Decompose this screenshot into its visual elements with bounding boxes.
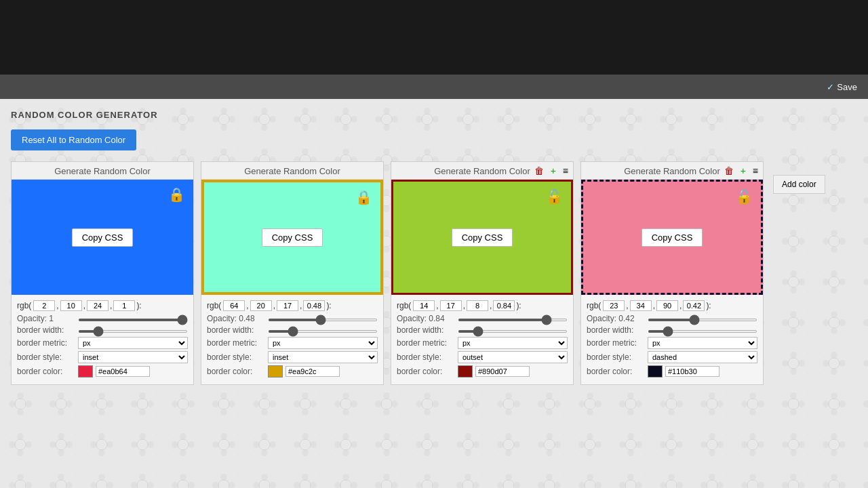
color-card-3: Generate Random Color 🗑 + ≡ 🔓 Copy CSS r… bbox=[391, 161, 574, 385]
card-4-opacity-slider[interactable] bbox=[648, 319, 757, 321]
card-1-g-input[interactable] bbox=[60, 300, 82, 311]
card-3-add-button[interactable]: + bbox=[549, 165, 558, 177]
card-3-border-width-row: border width: bbox=[397, 325, 568, 335]
card-4-delete-button[interactable]: 🗑 bbox=[722, 165, 736, 177]
card-1-opacity-label: Opacity: 1 bbox=[17, 314, 78, 323]
card-3-b-input[interactable] bbox=[467, 300, 488, 311]
card-3-color-box: 🔓 Copy CSS bbox=[391, 180, 573, 295]
card-4-a-input[interactable] bbox=[683, 300, 705, 311]
card-2-a-input[interactable] bbox=[303, 300, 325, 311]
card-4-add-button[interactable]: + bbox=[738, 165, 748, 177]
card-3-delete-button[interactable]: 🗑 bbox=[532, 165, 546, 177]
card-2-border-color-swatch[interactable] bbox=[268, 365, 283, 378]
card-3-rgb-label: rgb( bbox=[397, 301, 411, 310]
card-1-lock-icon[interactable]: 🔒 bbox=[168, 186, 185, 203]
card-4-border-metric-row: border metric: pxemrem% bbox=[587, 337, 757, 349]
card-1-copy-css-button[interactable]: Copy CSS bbox=[72, 228, 134, 247]
card-1-border-style-select[interactable]: nonesoliddasheddotteddoublegrooveridgein… bbox=[78, 351, 188, 363]
card-2-border-metric-select[interactable]: pxemrem% bbox=[268, 337, 378, 349]
card-4-opacity-slider-wrapper bbox=[648, 314, 757, 323]
card-1-rgb-row: rgb( , , , ): bbox=[17, 300, 188, 311]
card-3-lock-icon[interactable]: 🔓 bbox=[546, 188, 563, 205]
card-3-border-color-label: border color: bbox=[397, 367, 458, 376]
card-3-border-metric-select[interactable]: pxemrem% bbox=[458, 337, 568, 349]
card-4-border-color-label: border color: bbox=[587, 367, 648, 376]
card-3-border-width-slider[interactable] bbox=[458, 330, 568, 333]
card-2-b-input[interactable] bbox=[277, 300, 298, 311]
card-3-copy-css-button[interactable]: Copy CSS bbox=[452, 228, 513, 247]
card-3-border-color-swatch[interactable] bbox=[458, 365, 473, 378]
card-3-opacity-label: Opacity: 0.84 bbox=[397, 314, 458, 323]
card-4-border-width-label: border width: bbox=[587, 325, 648, 335]
card-4-border-color-swatch[interactable] bbox=[648, 365, 663, 378]
card-3-border-color-hex[interactable] bbox=[475, 366, 530, 377]
card-1-border-width-label: border width: bbox=[17, 325, 78, 335]
card-2-border-style-row: border style: nonesoliddasheddotteddoubl… bbox=[207, 351, 378, 363]
card-2-opacity-row: Opacity: 0.48 bbox=[207, 314, 378, 323]
card-2-lock-icon[interactable]: 🔒 bbox=[355, 189, 372, 205]
save-button[interactable]: ✓ Save bbox=[827, 82, 857, 92]
card-1-header: Generate Random Color bbox=[12, 162, 193, 180]
card-2-g-input[interactable] bbox=[250, 300, 272, 311]
card-1-color-box: 🔒 Copy CSS bbox=[12, 180, 193, 295]
card-4-border-style-select[interactable]: nonesoliddasheddotteddoublegrooveridgein… bbox=[648, 351, 757, 363]
card-2-opacity-slider-wrapper bbox=[268, 314, 378, 323]
card-4-g-input[interactable] bbox=[630, 300, 652, 311]
card-1-border-width-slider-wrapper bbox=[78, 325, 188, 335]
card-2-border-color-hex[interactable] bbox=[285, 366, 340, 377]
card-1-border-style-label: border style: bbox=[17, 352, 78, 362]
card-1-border-color-label: border color: bbox=[17, 367, 78, 376]
card-4-color-box: 🔓 Copy CSS bbox=[581, 180, 763, 295]
card-2-opacity-label: Opacity: 0.48 bbox=[207, 314, 268, 323]
card-3-border-color-row: border color: bbox=[397, 365, 568, 378]
card-3-a-input[interactable] bbox=[493, 300, 515, 311]
card-3-border-style-select[interactable]: nonesoliddasheddotteddoublegrooveridgein… bbox=[458, 351, 568, 363]
card-1-border-color-hex[interactable] bbox=[96, 366, 150, 377]
card-2-border-color-label: border color: bbox=[207, 367, 268, 376]
card-4-b-input[interactable] bbox=[656, 300, 678, 311]
card-2-r-input[interactable] bbox=[223, 300, 245, 311]
add-color-button[interactable]: Add color bbox=[773, 175, 825, 194]
card-1-a-input[interactable] bbox=[113, 300, 135, 311]
card-3-opacity-row: Opacity: 0.84 bbox=[397, 314, 568, 323]
card-4-lock-icon[interactable]: 🔓 bbox=[736, 188, 753, 205]
card-1-border-color-swatch[interactable] bbox=[78, 365, 93, 378]
card-2-opacity-slider[interactable] bbox=[268, 319, 378, 321]
card-2-border-width-row: border width: bbox=[207, 325, 378, 335]
card-3-menu-button[interactable]: ≡ bbox=[561, 165, 570, 177]
card-4-border-width-slider-wrapper bbox=[648, 325, 757, 335]
card-4-border-width-slider[interactable] bbox=[648, 330, 757, 333]
toolbar: ✓ Save bbox=[0, 75, 868, 99]
card-3-border-metric-label: border metric: bbox=[397, 338, 458, 348]
card-2-controls: rgb( , , , ): Opacity: 0.48 bbox=[201, 295, 383, 384]
card-1-b-input[interactable] bbox=[87, 300, 108, 311]
card-2-border-width-slider[interactable] bbox=[268, 330, 378, 333]
card-3-g-input[interactable] bbox=[440, 300, 462, 311]
card-1-opacity-slider[interactable] bbox=[78, 319, 188, 321]
card-1-r-input[interactable] bbox=[33, 300, 55, 311]
card-4-controls: rgb( , , , ): Opacity: 0.42 bbox=[581, 295, 763, 384]
card-4-border-metric-select[interactable]: pxemrem% bbox=[648, 337, 757, 349]
card-3-border-metric-row: border metric: pxemrem% bbox=[397, 337, 568, 349]
card-4-menu-button[interactable]: ≡ bbox=[751, 165, 760, 177]
card-4-border-color-hex[interactable] bbox=[665, 366, 719, 377]
card-2-border-style-select[interactable]: nonesoliddasheddotteddoublegrooveridgein… bbox=[268, 351, 378, 363]
card-4-copy-css-button[interactable]: Copy CSS bbox=[642, 228, 703, 247]
card-3-border-width-label: border width: bbox=[397, 325, 458, 335]
check-icon: ✓ bbox=[827, 82, 834, 92]
card-4-header: Generate Random Color 🗑 + ≡ bbox=[581, 162, 763, 180]
card-1-opacity-slider-wrapper bbox=[78, 314, 188, 323]
card-1-border-metric-select[interactable]: pxemrem% bbox=[78, 337, 188, 349]
card-4-r-input[interactable] bbox=[603, 300, 625, 311]
card-3-border-style-label: border style: bbox=[397, 352, 458, 362]
card-2-rgb-row: rgb( , , , ): bbox=[207, 300, 378, 311]
color-card-4: Generate Random Color 🗑 + ≡ 🔓 Copy CSS r… bbox=[580, 161, 764, 385]
card-3-opacity-slider[interactable] bbox=[458, 319, 568, 321]
card-2-copy-css-button[interactable]: Copy CSS bbox=[262, 228, 323, 247]
card-2-color-box: 🔒 Copy CSS bbox=[201, 180, 383, 295]
card-1-title: Generate Random Color bbox=[54, 166, 151, 176]
reset-all-button[interactable]: Reset All to Random Color bbox=[11, 129, 136, 150]
card-3-r-input[interactable] bbox=[413, 300, 435, 311]
main-content: RANDOM COLOR GENERATOR Reset All to Rand… bbox=[0, 99, 868, 488]
card-1-border-width-slider[interactable] bbox=[78, 330, 188, 333]
